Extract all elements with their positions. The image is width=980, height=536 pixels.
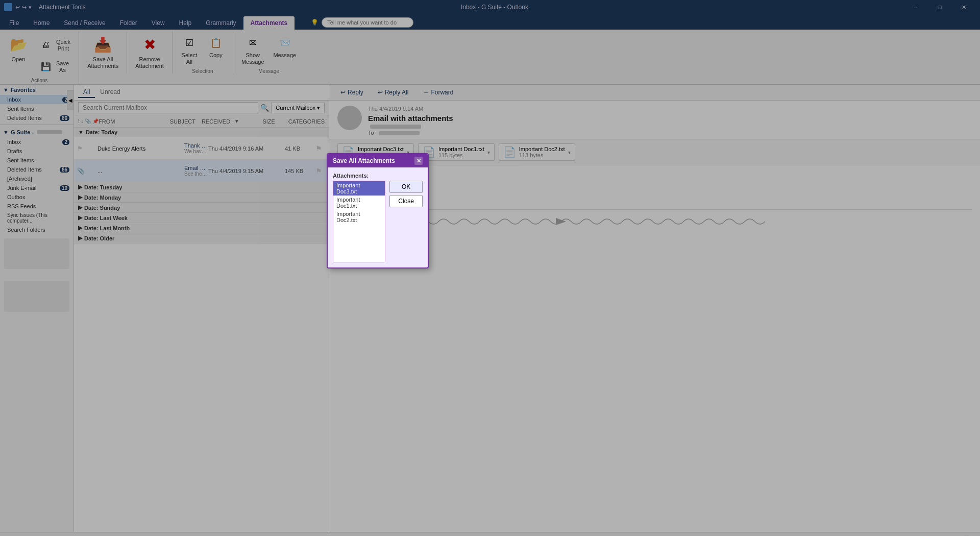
modal-list-item-1[interactable]: Important Doc3.txt <box>333 181 385 196</box>
modal-list-item-2[interactable]: Important Doc1.txt <box>333 196 385 210</box>
modal-body: Attachments: Important Doc3.txt Importan… <box>328 167 428 267</box>
modal-list-row: Important Doc3.txt Important Doc1.txt Im… <box>333 181 423 262</box>
save-all-attachments-modal: Save All Attachments ✕ Attachments: Impo… <box>327 153 429 269</box>
modal-close-btn[interactable]: Close <box>389 195 423 207</box>
modal-close-x-btn[interactable]: ✕ <box>414 157 423 165</box>
modal-overlay: Save All Attachments ✕ Attachments: Impo… <box>0 0 980 536</box>
modal-ok-btn[interactable]: OK <box>389 181 423 193</box>
modal-buttons: OK Close <box>389 181 423 207</box>
modal-title-bar: Save All Attachments ✕ <box>328 154 428 167</box>
modal-title: Save All Attachments <box>333 157 395 164</box>
modal-attachments-label: Attachments: <box>333 173 423 179</box>
modal-list-item-3[interactable]: Important Doc2.txt <box>333 210 385 224</box>
modal-attachment-list[interactable]: Important Doc3.txt Important Doc1.txt Im… <box>333 181 385 262</box>
